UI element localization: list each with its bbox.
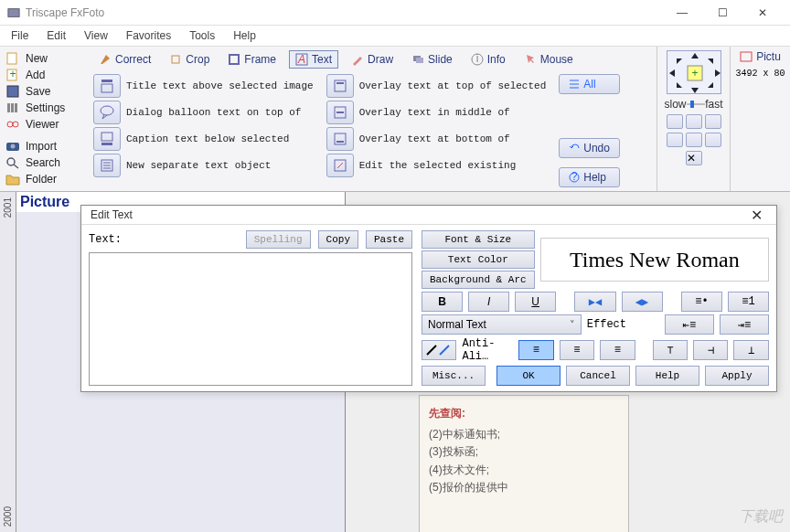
overlay-top-icon [332,78,348,94]
draw-icon [351,53,364,66]
align-left-button[interactable]: ≡ [518,340,553,360]
text-icon: A [295,53,308,66]
menu-tools[interactable]: Tools [182,27,222,44]
misc-button[interactable]: Misc... [422,366,486,386]
sidebar-settings[interactable]: Settings [4,100,88,116]
font-size-button[interactable]: Font & Size [422,230,535,249]
outdent-button[interactable]: ⇤≡ [665,314,714,335]
balloon-icon [99,104,115,121]
app-title: Triscape FxFoto [26,6,662,19]
opt-overlay-top[interactable]: Overlay text at top of selected [326,74,547,98]
menu-view[interactable]: View [77,27,115,44]
slide-icon [411,53,424,66]
svg-rect-5 [7,103,10,112]
svg-rect-55 [741,52,752,61]
sidebar-import[interactable]: Import [4,138,88,154]
menu-file[interactable]: File [4,27,36,44]
mini-grid1[interactable] [667,133,683,147]
ok-button[interactable]: OK [496,366,560,386]
dialog-titlebar[interactable]: Edit Text ✕ [81,206,776,225]
menu-help[interactable]: Help [226,27,263,44]
svg-marker-46 [691,88,699,93]
svg-line-57 [440,346,449,355]
mini-close[interactable]: ✕ [686,151,702,165]
close-button[interactable]: ✕ [742,0,783,26]
opt-new-separate[interactable]: New separate text object [93,154,314,177]
normal-text-dropdown[interactable]: Normal Text [422,314,582,335]
arrow-in-button[interactable]: ▶◀ [574,292,615,312]
cancel-button[interactable]: Cancel [566,366,630,386]
bold-button[interactable]: B [422,292,463,312]
paste-button[interactable]: Paste [366,230,412,249]
effect-label: Effect [587,318,626,331]
opt-edit-existing[interactable]: Edit the selected existing [326,154,547,177]
menu-edit[interactable]: Edit [39,27,73,44]
svg-rect-35 [335,133,346,144]
help-button[interactable]: ?Help [559,167,620,187]
apply-button[interactable]: Apply [705,366,769,386]
mini-next[interactable] [705,114,721,129]
all-button[interactable]: All [559,74,620,94]
anti-alias-icon-button[interactable] [422,340,456,360]
svg-point-9 [13,122,18,127]
numbered-button[interactable]: ≡1 [728,292,769,312]
tab-frame[interactable]: Frame [222,51,282,68]
mini-grid2[interactable] [686,133,702,147]
tab-slide[interactable]: Slide [406,51,458,68]
valign-mid-button[interactable]: ⊣ [693,340,728,360]
italic-button[interactable]: I [468,292,509,312]
opt-overlay-bottom[interactable]: Overlay text at bottom of [326,127,547,151]
correct-icon [99,53,112,66]
valign-top-button[interactable]: ⊤ [653,340,688,360]
background-arc-button[interactable]: Background & Arc [422,271,535,289]
spelling-button[interactable]: Spelling [246,230,311,249]
tab-crop[interactable]: Crop [164,51,215,68]
dialog-close-button[interactable]: ✕ [745,207,767,224]
minimize-button[interactable]: — [662,0,702,26]
tab-draw[interactable]: Draw [346,51,399,68]
copy-button[interactable]: Copy [318,230,358,249]
valign-bot-button[interactable]: ⊥ [733,340,768,360]
mini-grid3[interactable] [705,133,721,147]
sidebar-folder[interactable]: Folder [4,171,88,187]
indent-button[interactable]: ⇥≡ [720,314,769,335]
nav-tools: + slowfast ✕ [657,47,730,191]
svg-point-8 [7,122,13,127]
maximize-button[interactable]: ☐ [702,0,742,26]
text-input[interactable] [89,252,412,386]
opt-title-text[interactable]: Title text above selected image [93,74,314,98]
dialog-help-button[interactable]: Help [635,366,699,386]
sidebar-search[interactable]: Search [4,154,88,171]
menu-favorites[interactable]: Favorites [119,27,178,44]
separate-text-icon [99,157,115,174]
sidebar-save[interactable]: Save [4,83,88,100]
tab-text[interactable]: AText [289,50,338,69]
list-icon [569,79,580,90]
undo-button[interactable]: Undo [559,138,620,158]
text-color-button[interactable]: Text Color [422,250,535,269]
tab-mouse[interactable]: Mouse [518,51,579,68]
info-icon: i [471,53,484,66]
arrow-out-button[interactable]: ◀▶ [622,292,663,312]
mini-fit[interactable] [686,114,702,129]
tab-correct[interactable]: Correct [93,51,156,68]
opt-caption-below[interactable]: Caption text below selected [93,127,314,151]
overlay-mid-icon [332,104,348,121]
opt-overlay-middle[interactable]: Overlay text in middle of [326,101,547,124]
mini-prev[interactable] [667,114,683,129]
svg-marker-47 [669,69,675,77]
sidebar-viewer[interactable]: Viewer [4,116,88,133]
sidebar-new[interactable]: New [4,50,88,67]
document-thumbnail[interactable]: 先查阅: (2)中标通知书; (3)投标函; (4)技术文件; (5)报价的提供… [419,395,629,532]
tab-info[interactable]: iInfo [465,51,511,68]
opt-dialog-balloon[interactable]: Dialog balloon text on top of [93,101,314,124]
sidebar-add[interactable]: +Add [4,67,88,83]
svg-rect-36 [336,141,344,143]
bullets-button[interactable]: ≡• [681,292,722,312]
underline-button[interactable]: U [515,292,556,312]
speed-slider[interactable]: slowfast [665,98,723,111]
year-tab[interactable]: 20012000 [0,192,16,532]
align-right-button[interactable]: ≡ [600,340,635,360]
nav-pad[interactable]: + [667,50,721,94]
align-center-button[interactable]: ≡ [560,340,594,360]
